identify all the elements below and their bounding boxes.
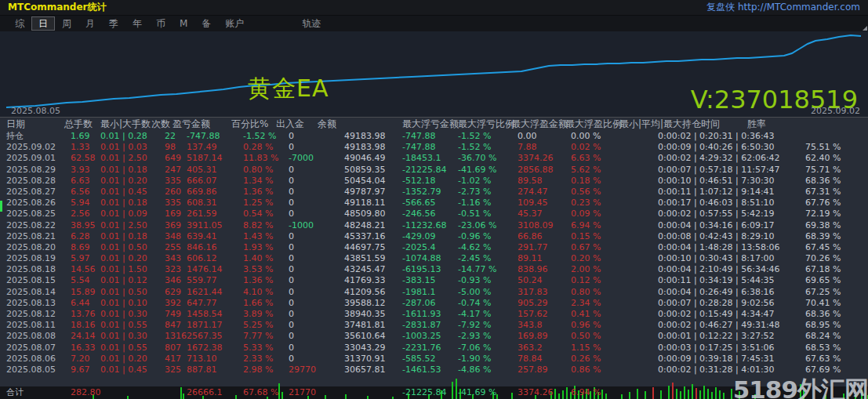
cell: 2.00 %	[571, 264, 601, 275]
cell: 2025.09.02	[6, 142, 56, 153]
cell: 62.58	[71, 153, 96, 164]
cell: 2025.08.21	[6, 231, 56, 242]
cell: 713.10	[187, 354, 217, 365]
cell: 5.97	[71, 253, 90, 264]
cell: 7.77 %	[243, 331, 273, 342]
cell: -2831.87	[402, 320, 441, 331]
table-row[interactable]: 2025.08.155.540.01 | 0.12346559.771.36 %…	[0, 275, 868, 286]
table-row[interactable]: 2025.09.0162.580.01 | 2.506495187.1411.8…	[0, 153, 868, 164]
cell: 68.36 %	[805, 176, 841, 187]
cell: 0.54 %	[243, 209, 273, 219]
chart-start-date: 2025.08.05	[11, 106, 60, 116]
cell: 1.36 %	[243, 187, 273, 198]
menu-item-备[interactable]: 备	[194, 17, 218, 30]
menu-item-日[interactable]: 日	[31, 16, 55, 31]
cell: 67.18 %	[805, 264, 841, 275]
left-edge-marker	[0, 201, 2, 212]
cell: 0	[289, 287, 294, 298]
cell: 5.33 %	[243, 343, 273, 354]
col-header: 最大浮盈金额	[511, 118, 568, 131]
table-row[interactable]: 持仓1.690.01 | 0.2822-747.88-1.52 %049183.…	[0, 131, 868, 142]
cell: 2025.09.01	[6, 153, 56, 164]
cell: 67.63 %	[805, 354, 841, 365]
table-row[interactable]: 2025.09.021.330.01 | 0.0398137.490.28 %0…	[0, 142, 868, 153]
table-row[interactable]: 2025.08.276.560.01 | 0.45260669.861.36 %…	[0, 187, 868, 198]
table-row[interactable]: 2025.08.216.280.01 | 0.18348639.411.43 %…	[0, 231, 868, 242]
cell: -7.92 %	[458, 320, 491, 331]
cell: 5187.14	[187, 153, 223, 164]
table-row[interactable]: 2025.08.286.630.01 | 0.20335666.071.34 %…	[0, 176, 868, 187]
cell: 6.63 %	[571, 153, 601, 164]
cell: 0	[289, 142, 294, 153]
cell: 11.83 %	[243, 153, 278, 164]
cell: -287.06	[402, 298, 435, 309]
menu-item-月[interactable]: 月	[78, 17, 102, 30]
cell: 0.56 %	[571, 187, 601, 198]
table-row[interactable]: 2025.08.2238.950.01 | 2.503693911.058.82…	[0, 220, 868, 231]
cell: 67.45 %	[805, 242, 841, 253]
menu-item-币[interactable]: 币	[149, 17, 173, 30]
cell: -0.93 %	[458, 275, 491, 286]
cell: 0.09 %	[571, 209, 601, 219]
cell: 247	[165, 165, 181, 176]
cell: -7.06 %	[458, 343, 491, 354]
resize-grip-icon[interactable]	[863, 26, 867, 31]
menu-item-M[interactable]: M	[173, 17, 194, 30]
table-row[interactable]: 2025.08.265.940.01 | 0.18335608.311.25 %…	[0, 198, 868, 209]
cell: 67.68 %	[243, 386, 278, 398]
cell: 666.07	[187, 176, 217, 187]
cell: 905.29	[518, 298, 548, 309]
cell: 31370.91	[344, 354, 386, 365]
cell: -1352.79	[402, 187, 441, 198]
cell: 66.86	[518, 231, 543, 242]
cell: 0	[289, 275, 294, 286]
cell: 323	[165, 264, 181, 275]
menu-item-账户[interactable]: 账户	[218, 17, 251, 30]
menu-item-轨迹[interactable]: 轨迹	[295, 17, 328, 30]
cell: -21225.84	[402, 386, 446, 398]
cell: 0	[289, 198, 294, 209]
cell: 29770	[289, 365, 316, 375]
menu-item-年[interactable]: 年	[125, 17, 149, 30]
cell: 2025.08.29	[6, 165, 56, 176]
cell: 0:00:02 | 0:46:27 | 49:31:48	[658, 320, 780, 331]
table-row[interactable]: 2025.08.1118.160.01 | 0.558471871.175.25…	[0, 320, 868, 331]
col-header: 最小|大手数	[100, 118, 151, 131]
cell: 1.40 %	[243, 253, 273, 264]
table-row[interactable]: 2025.08.1415.890.01 | 0.506291621.444.10…	[0, 287, 868, 298]
cell: 0.01 | 0.55	[100, 320, 147, 331]
cell: 0.80 %	[243, 165, 273, 176]
cell: 0:00:11 | 1:07:12 | 9:14:41	[658, 187, 775, 198]
cell: 260	[165, 187, 181, 198]
cell: -2025.4	[402, 242, 435, 253]
brand-link[interactable]: 复盘侠 http://MTCommander.com	[706, 1, 860, 14]
cell: 0:00:11 | 0:34:19 | 5:44:35	[658, 275, 775, 286]
cell: 0.23 %	[571, 198, 601, 209]
cell: 0.02 %	[571, 142, 601, 153]
table-row[interactable]: 2025.08.208.690.01 | 0.50255846.161.93 %…	[0, 242, 868, 253]
table-row[interactable]: 2025.08.1814.560.01 | 1.503231476.143.53…	[0, 264, 868, 275]
cell: 合计	[6, 386, 24, 398]
menu-item-周[interactable]: 周	[55, 17, 78, 30]
table-row[interactable]: 2025.08.1213.760.01 | 0.307491458.543.89…	[0, 309, 868, 320]
cell: 1.25 %	[243, 198, 273, 209]
cell: 2025.08.08	[6, 331, 56, 342]
table-row[interactable]: 2025.08.136.440.01 | 0.10392647.771.66 %…	[0, 298, 868, 309]
cell: 346	[165, 275, 181, 286]
cell: 26666.1	[187, 386, 223, 398]
cell: 48509.80	[344, 209, 386, 219]
menu-item-季[interactable]: 季	[102, 17, 125, 30]
table-row[interactable]: 2025.08.293.930.01 | 0.18247405.310.80 %…	[0, 165, 868, 176]
menu-item-综[interactable]: 综	[8, 17, 31, 30]
col-header: 总手数	[64, 118, 93, 131]
cell: 3374.26	[518, 153, 554, 164]
cell: 2.98 %	[243, 365, 273, 375]
table-row[interactable]: 2025.08.195.970.01 | 0.20343606.121.40 %…	[0, 253, 868, 264]
table-row[interactable]: 2025.08.0716.330.01 | 0.558071672.385.33…	[0, 343, 868, 354]
cell: 0	[289, 298, 294, 309]
table-row[interactable]: 2025.08.067.200.01 | 0.20417713.102.33 %…	[0, 354, 868, 365]
table-row[interactable]: 2025.08.252.560.01 | 0.09169261.590.54 %…	[0, 209, 868, 219]
table-row[interactable]: 2025.08.0824.140.01 | 0.3013162567.357.7…	[0, 331, 868, 342]
table-row[interactable]: 2025.08.059.670.01 | 0.45325887.812.98 %…	[0, 365, 868, 375]
cell: 8.82 %	[243, 220, 273, 231]
